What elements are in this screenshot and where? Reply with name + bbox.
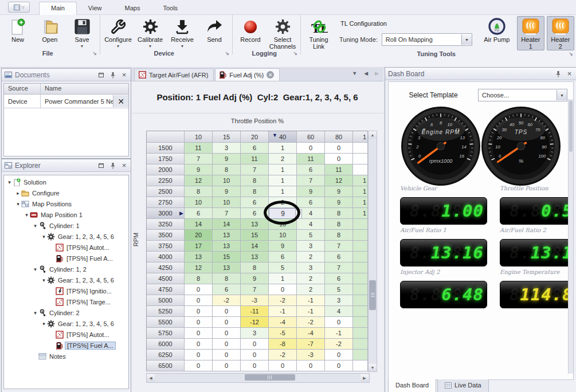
- grid-cell[interactable]: 0: [297, 143, 325, 154]
- grid-cell[interactable]: -1: [269, 306, 297, 317]
- grid-cell[interactable]: 7: [297, 175, 325, 186]
- tab-list-dropdown-icon[interactable]: ▼: [352, 70, 357, 76]
- tree-item[interactable]: [TPS%] Autot...: [4, 329, 128, 340]
- grid-cell[interactable]: 14: [213, 219, 241, 230]
- tree-item[interactable]: [TPS%] Fuel A...: [4, 253, 128, 264]
- grid-cell[interactable]: 6: [241, 208, 269, 219]
- grid-cell[interactable]: 6: [325, 252, 353, 262]
- grid-cell[interactable]: 7: [241, 164, 269, 175]
- grid-cell[interactable]: 9: [269, 241, 297, 252]
- grid-cell-clipped[interactable]: [353, 295, 368, 306]
- grid-cell[interactable]: 0: [213, 360, 241, 371]
- grid-cell[interactable]: 13: [241, 252, 269, 262]
- grid-cell[interactable]: 13: [213, 241, 241, 252]
- scrollbar-thumb[interactable]: [369, 280, 376, 310]
- grid-row-header-4000[interactable]: 4000: [147, 252, 185, 262]
- grid-cell[interactable]: 7: [213, 208, 241, 219]
- grid-cell[interactable]: 9: [325, 186, 353, 197]
- tab-fuel-adj[interactable]: Fuel Adj (%) ✕: [215, 68, 280, 81]
- grid-cell-clipped[interactable]: 1: [353, 208, 368, 219]
- grid-cell[interactable]: 0: [213, 339, 241, 350]
- grid-cell[interactable]: 3: [213, 143, 241, 154]
- grid-cell[interactable]: 7: [325, 241, 353, 252]
- grid-cell[interactable]: 7: [241, 284, 269, 295]
- scroll-tabs-left-icon[interactable]: ◀: [364, 70, 368, 76]
- grid-cell[interactable]: -2: [269, 295, 297, 306]
- grid-cell[interactable]: 1: [269, 175, 297, 186]
- grid-row-header-3750[interactable]: 3750: [147, 241, 185, 252]
- pin-button[interactable]: [554, 70, 562, 78]
- expander-icon[interactable]: ▾: [32, 266, 38, 272]
- grid-cell-clipped[interactable]: [353, 350, 368, 360]
- grid-cell[interactable]: 0: [185, 306, 213, 317]
- ribbon-tab-main[interactable]: Main: [39, 2, 77, 15]
- grid-cell[interactable]: 2: [297, 284, 325, 295]
- scroll-right-icon[interactable]: ▶: [361, 374, 369, 382]
- grid-cell[interactable]: 9: [185, 164, 213, 175]
- grid-cell[interactable]: 0: [325, 317, 353, 328]
- grid-cell[interactable]: -1: [297, 306, 325, 317]
- grid-cell[interactable]: 0: [213, 317, 241, 328]
- grid-row-header-5250[interactable]: 5250: [147, 306, 185, 317]
- cell-spinner[interactable]: [295, 209, 302, 219]
- grid-cell[interactable]: 1: [269, 164, 297, 175]
- pin-button[interactable]: [108, 162, 117, 170]
- grid-cell[interactable]: 11: [297, 154, 325, 164]
- grid-cell[interactable]: -2: [269, 350, 297, 360]
- grid-row-header-4250[interactable]: 4250: [147, 262, 185, 273]
- ribbon-tab-tools[interactable]: Tools: [151, 2, 189, 14]
- tuning-link-button[interactable]: TL Tuning Link: [303, 16, 335, 50]
- grid-cell[interactable]: 15: [241, 230, 269, 241]
- grid-cell[interactable]: 0: [325, 154, 353, 164]
- grid-cell-clipped[interactable]: [353, 273, 368, 284]
- grid-cell[interactable]: 8: [185, 186, 213, 197]
- tree-item[interactable]: [TPS%] Autot...: [4, 242, 128, 253]
- grid-cell[interactable]: 6: [213, 284, 241, 295]
- grid-cell[interactable]: 2: [269, 197, 297, 208]
- grid-row-header-6000[interactable]: 6000: [147, 339, 185, 350]
- grid-cell[interactable]: 1: [269, 143, 297, 154]
- tree-item[interactable]: [TPS%] Targe...: [4, 296, 128, 307]
- grid-cell[interactable]: 9: [241, 273, 269, 284]
- scroll-down-icon[interactable]: ▼: [369, 364, 377, 371]
- grid-cell[interactable]: -12: [241, 317, 269, 328]
- grid-cell-clipped[interactable]: 1: [353, 175, 368, 186]
- grid-cell[interactable]: 1: [269, 186, 297, 197]
- tree-item[interactable]: ▾Cylinder: 1, 2: [4, 264, 128, 275]
- grid-cell[interactable]: -3: [297, 350, 325, 360]
- grid-cell[interactable]: 0: [269, 284, 297, 295]
- close-button[interactable]: ×: [565, 70, 574, 78]
- grid-cell[interactable]: -8: [269, 339, 297, 350]
- grid-row-header-5500[interactable]: 5500: [147, 317, 185, 328]
- expander-icon[interactable]: ▾: [6, 179, 13, 185]
- grid-cell[interactable]: 14: [241, 241, 269, 252]
- grid-cell[interactable]: 17: [185, 241, 213, 252]
- dialog-launcher-icon[interactable]: ↘: [569, 51, 573, 57]
- grid-cell[interactable]: 8: [213, 164, 241, 175]
- grid-col-header-15[interactable]: 15: [213, 131, 241, 143]
- grid-cell[interactable]: 6: [241, 197, 269, 208]
- grid-cell[interactable]: 12: [185, 262, 213, 273]
- grid-cell[interactable]: 13: [185, 252, 213, 262]
- grid-cell[interactable]: 10: [213, 175, 241, 186]
- grid-row-header-1500[interactable]: 1500: [147, 143, 185, 154]
- grid-cell[interactable]: -2: [213, 295, 241, 306]
- grid-cell[interactable]: 10: [185, 197, 213, 208]
- grid-cell[interactable]: 2: [297, 252, 325, 262]
- grid-row-header-4750[interactable]: 4750: [147, 284, 185, 295]
- air-pump-button[interactable]: PSI Air Pump: [480, 16, 514, 43]
- expander-icon[interactable]: ▾: [23, 212, 30, 218]
- dialog-launcher-icon[interactable]: ↘: [92, 50, 97, 56]
- expander-icon[interactable]: ▸: [15, 190, 21, 196]
- grid-cell[interactable]: 0: [325, 143, 353, 154]
- scroll-tabs-right-icon[interactable]: ▶: [375, 70, 379, 76]
- grid-cell[interactable]: -4: [269, 317, 297, 328]
- grid-cell[interactable]: 9: [297, 186, 325, 197]
- grid-cell[interactable]: 0: [297, 360, 325, 371]
- save-button[interactable]: Save ▼: [66, 16, 98, 50]
- calibrate-button[interactable]: Calibrate ▼: [134, 16, 166, 50]
- vertical-scrollbar[interactable]: ▲ ▼: [368, 131, 377, 372]
- grid-cell[interactable]: 0: [241, 350, 269, 360]
- grid-cell[interactable]: 0: [185, 284, 213, 295]
- heater1-button[interactable]: Heater 1: [517, 16, 544, 50]
